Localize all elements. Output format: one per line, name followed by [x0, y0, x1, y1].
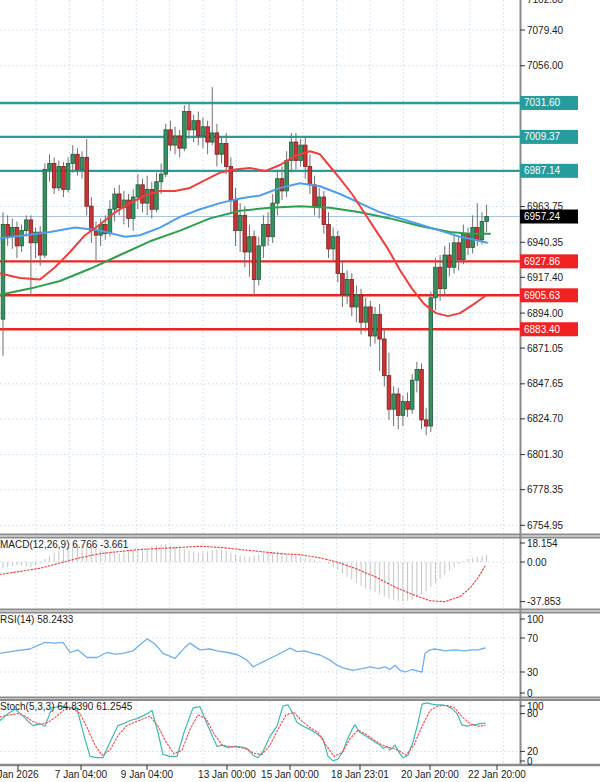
- svg-text:0: 0: [527, 756, 533, 767]
- svg-text:6987.14: 6987.14: [524, 165, 561, 176]
- svg-text:6894.00: 6894.00: [527, 308, 564, 319]
- svg-text:15 Jan 00:00: 15 Jan 00:00: [261, 769, 319, 780]
- svg-text:80: 80: [527, 708, 539, 719]
- svg-text:9 Jan 04:00: 9 Jan 04:00: [121, 769, 174, 780]
- svg-text:6883.40: 6883.40: [524, 324, 561, 335]
- svg-text:6940.35: 6940.35: [527, 237, 564, 248]
- svg-text:18 Jan 23:01: 18 Jan 23:01: [331, 769, 389, 780]
- svg-text:7031.60: 7031.60: [524, 97, 561, 108]
- svg-text:30: 30: [527, 667, 539, 678]
- ma-fast-line: [0, 151, 485, 316]
- svg-text:22 Jan 20:00: 22 Jan 20:00: [468, 769, 526, 780]
- svg-text:70: 70: [527, 633, 539, 644]
- trading-chart-window: 7102.807079.407056.006963.756940.356917.…: [0, 0, 600, 782]
- macd-histogram: [3, 544, 487, 601]
- svg-text:13 Jan 00:00: 13 Jan 00:00: [198, 769, 256, 780]
- svg-text:6847.65: 6847.65: [527, 378, 564, 389]
- svg-text:Jan 2026: Jan 2026: [0, 769, 39, 780]
- svg-text:7 Jan 04:00: 7 Jan 04:00: [55, 769, 108, 780]
- time-axis: Jan 20267 Jan 04:009 Jan 04:0013 Jan 00:…: [0, 765, 526, 780]
- svg-text:6824.70: 6824.70: [527, 413, 564, 424]
- svg-text:0: 0: [527, 688, 533, 699]
- svg-text:18.154: 18.154: [527, 538, 558, 549]
- svg-text:6871.05: 6871.05: [527, 343, 564, 354]
- svg-text:6754.95: 6754.95: [527, 520, 564, 531]
- macd-indicator-label: MACD(12,26,9) 6.766 -3.661: [0, 539, 128, 550]
- resistance-price-labels: 7031.607009.376987.14: [520, 96, 578, 178]
- panel-borders: [0, 0, 600, 765]
- svg-text:100: 100: [527, 614, 544, 625]
- stoch-d-line: [0, 705, 485, 756]
- svg-text:7056.00: 7056.00: [527, 60, 564, 71]
- svg-text:6917.40: 6917.40: [527, 272, 564, 283]
- svg-text:20 Jan 20:00: 20 Jan 20:00: [401, 769, 459, 780]
- rsi-line: [0, 639, 485, 672]
- support-price-labels: 6927.866905.636883.40: [520, 254, 578, 336]
- svg-text:6957.24: 6957.24: [524, 211, 561, 222]
- chart-canvas: 7102.807079.407056.006963.756940.356917.…: [0, 0, 600, 782]
- svg-text:-37.853: -37.853: [527, 596, 561, 607]
- rsi-indicator-label: RSI(14) 58.2433: [0, 614, 73, 625]
- current-price-label: 6957.24: [520, 210, 578, 224]
- svg-text:6801.30: 6801.30: [527, 449, 564, 460]
- svg-text:0.00: 0.00: [527, 557, 547, 568]
- grid: [0, 0, 520, 763]
- rsi-axis: 10070300: [520, 614, 544, 699]
- svg-text:6905.63: 6905.63: [524, 290, 561, 301]
- svg-text:7079.40: 7079.40: [527, 25, 564, 36]
- svg-text:6778.35: 6778.35: [527, 484, 564, 495]
- stoch-axis: 10080200: [520, 701, 544, 767]
- svg-text:7102.80: 7102.80: [527, 0, 564, 5]
- stoch-indicator-label: Stoch(5,3,3) 64.8390 61.2545: [0, 701, 132, 712]
- svg-text:7009.37: 7009.37: [524, 131, 561, 142]
- macd-axis: 18.1540.00-37.853: [520, 538, 561, 608]
- svg-text:6927.86: 6927.86: [524, 256, 561, 267]
